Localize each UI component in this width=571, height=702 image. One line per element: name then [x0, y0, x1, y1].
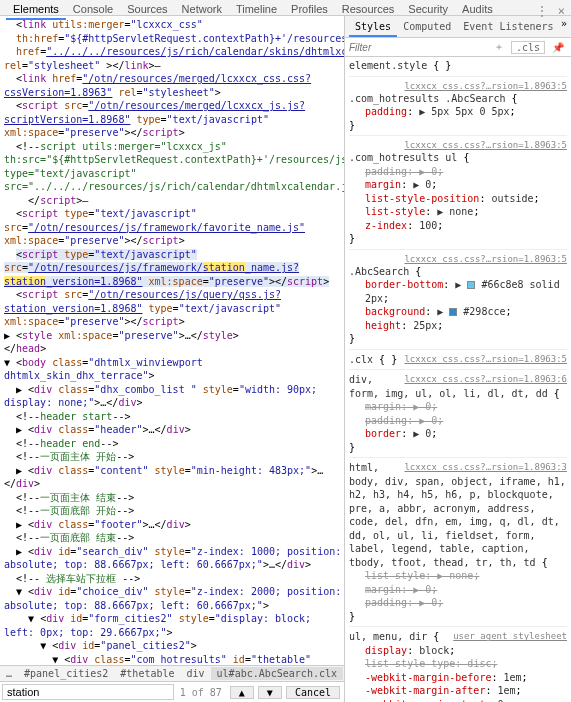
pin-icon[interactable]: 📌 [549, 42, 567, 53]
style-rule[interactable]: user agent stylesheetul, menu, dir {disp… [349, 630, 567, 702]
style-property[interactable]: -webkit-margin-after: 1em; [365, 684, 567, 698]
style-rule[interactable]: lcxxcx_css.css?…rsion=1.8963:5.com_hotre… [349, 80, 567, 137]
tab-profiles[interactable]: Profiles [284, 0, 335, 18]
tab-timeline[interactable]: Timeline [229, 0, 284, 18]
breadcrumb[interactable]: …#panel_cities2#thetabledivul#abc.AbcSea… [0, 665, 344, 681]
find-prev-button[interactable]: ▲ [230, 686, 254, 699]
style-rule[interactable]: lcxxcx_css.css?…rsion=1.8963:5.AbcSearch… [349, 253, 567, 350]
styles-filter-input[interactable] [349, 42, 491, 53]
dom-node[interactable]: <script src="/otn/resources/merged/lcxxc… [4, 99, 344, 140]
tab-console[interactable]: Console [66, 0, 120, 18]
find-count: 1 of 87 [174, 687, 228, 698]
style-property[interactable]: padding: ▶ 0; [365, 165, 567, 179]
dom-node[interactable]: <!--一页面主体 结束--> [4, 491, 344, 505]
filter-row: ＋ .cls 📌 [345, 38, 571, 57]
style-property[interactable]: list-style-type: disc; [365, 657, 567, 671]
style-property[interactable]: list-style: ▶ none; [365, 205, 567, 219]
tab-resources[interactable]: Resources [335, 0, 402, 18]
tab-elements[interactable]: Elements [6, 0, 66, 20]
style-property[interactable]: background: ▶ #298cce; [365, 305, 567, 319]
tab-security[interactable]: Security [401, 0, 455, 18]
dom-node[interactable]: <script type="text/javascript" src="/otn… [4, 248, 344, 289]
dom-node[interactable]: ▼ <div id="form_cities2" style="display:… [4, 612, 344, 639]
dom-node[interactable]: <link href="/otn/resources/merged/lcxxcx… [4, 72, 344, 99]
crumb[interactable]: ul#abc.AbcSearch.clx [211, 667, 343, 680]
dom-node[interactable]: ▼ <div class="com_hotresults" id="thetab… [4, 653, 344, 666]
source-link[interactable]: lcxxcx_css.css?…rsion=1.8963:5 [404, 353, 567, 365]
find-input[interactable] [2, 684, 174, 700]
dom-tree[interactable]: <link utils:merger="lcxxcx_css" th:href=… [0, 16, 344, 665]
dom-node[interactable]: <!-- 选择车站下拉框 --> [4, 572, 344, 586]
style-property[interactable]: -webkit-margin-before: 1em; [365, 671, 567, 685]
dom-node[interactable]: <!--header start--> [4, 410, 344, 424]
dom-node[interactable]: ▶ <div class="dhx_combo_list " style="wi… [4, 383, 344, 410]
dom-node[interactable]: <!--一页面底部 结束--> [4, 531, 344, 545]
tab-network[interactable]: Network [175, 0, 229, 18]
dom-node[interactable]: ▼ <div id="panel_cities2"> [4, 639, 344, 653]
dom-node[interactable]: ▶ <div class="header">…</div> [4, 423, 344, 437]
style-rule[interactable]: element.style { } [349, 59, 567, 77]
style-property[interactable]: border: ▶ 0; [365, 427, 567, 441]
crumb[interactable]: … [0, 667, 18, 680]
source-link[interactable]: user agent stylesheet [453, 630, 567, 642]
dom-node[interactable]: ▼ <body class="dhtmlx_winviewport dhtmlx… [4, 356, 344, 383]
dom-node[interactable]: <!--一页面底部 开始--> [4, 504, 344, 518]
style-property[interactable]: padding: ▶ 0; [365, 414, 567, 428]
tab-audits[interactable]: Audits [455, 0, 500, 18]
more-icon[interactable]: » [561, 18, 567, 37]
find-cancel-button[interactable]: Cancel [286, 686, 340, 699]
dom-node[interactable]: ▶ <div class="content" style="min-height… [4, 464, 344, 491]
crumb[interactable]: #panel_cities2 [18, 667, 114, 680]
devtools-tabs: ElementsConsoleSourcesNetworkTimelinePro… [0, 0, 571, 16]
dom-node[interactable]: </script>— [4, 194, 344, 208]
style-property[interactable]: display: block; [365, 644, 567, 658]
dom-node[interactable]: <!--script utils:merger="lcxxcx_js" th:s… [4, 140, 344, 194]
source-link[interactable]: lcxxcx_css.css?…rsion=1.8963:5 [404, 80, 567, 92]
styles-tab-styles[interactable]: Styles [349, 18, 397, 37]
style-property[interactable]: height: 25px; [365, 319, 567, 333]
top-icons: ⋮ × [536, 4, 565, 18]
cls-toggle[interactable]: .cls [511, 41, 545, 54]
style-property[interactable]: margin: ▶ 0; [365, 178, 567, 192]
add-rule-icon[interactable]: ＋ [491, 40, 507, 54]
styles-pane[interactable]: element.style { }lcxxcx_css.css?…rsion=1… [345, 57, 571, 702]
styles-tab-event-listeners[interactable]: Event Listeners [457, 18, 559, 37]
style-rule[interactable]: lcxxcx_css.css?…rsion=1.8963:6div, form,… [349, 373, 567, 458]
source-link[interactable]: lcxxcx_css.css?…rsion=1.8963:5 [404, 139, 567, 151]
style-rule[interactable]: lcxxcx_css.css?…rsion=1.8963:5.clx { } [349, 353, 567, 371]
source-link[interactable]: lcxxcx_css.css?…rsion=1.8963:6 [404, 373, 567, 385]
style-property[interactable]: -webkit-margin-start: 0px; [365, 698, 567, 702]
style-property[interactable]: list-style-position: outside; [365, 192, 567, 206]
style-property[interactable]: padding: ▶ 5px 5px 0 5px; [365, 105, 567, 119]
overflow-icon[interactable]: ⋮ [536, 4, 548, 18]
close-icon[interactable]: × [558, 4, 565, 18]
dom-node[interactable]: ▶ <style xml:space="preserve">…</style> [4, 329, 344, 343]
style-rule[interactable]: lcxxcx_css.css?…rsion=1.8963:3html, body… [349, 461, 567, 627]
dom-node[interactable]: <link utils:merger="lcxxcx_css" [4, 18, 344, 32]
style-property[interactable]: margin: ▶ 0; [365, 583, 567, 597]
dom-node[interactable]: href="../../../resources/js/rich/calenda… [4, 45, 344, 72]
source-link[interactable]: lcxxcx_css.css?…rsion=1.8963:3 [404, 461, 567, 473]
dom-node[interactable]: <script type="text/javascript" src="/otn… [4, 207, 344, 248]
crumb[interactable]: div [181, 667, 211, 680]
style-property[interactable]: z-index: 100; [365, 219, 567, 233]
style-rule[interactable]: lcxxcx_css.css?…rsion=1.8963:5.com_hotre… [349, 139, 567, 250]
dom-node[interactable]: <!--一页面主体 开始--> [4, 450, 344, 464]
dom-node[interactable]: th:href="${#httpServletRequest.contextPa… [4, 32, 344, 46]
tab-sources[interactable]: Sources [120, 0, 174, 18]
dom-node[interactable]: ▶ <div class="footer">…</div> [4, 518, 344, 532]
dom-node[interactable]: </head> [4, 342, 344, 356]
styles-tab-computed[interactable]: Computed [397, 18, 457, 37]
source-link[interactable]: lcxxcx_css.css?…rsion=1.8963:5 [404, 253, 567, 265]
style-property[interactable]: padding: ▶ 0; [365, 596, 567, 610]
find-bar: 1 of 87 ▲ ▼ Cancel [0, 681, 344, 702]
dom-node[interactable]: <!--header end--> [4, 437, 344, 451]
find-next-button[interactable]: ▼ [258, 686, 282, 699]
crumb[interactable]: #thetable [114, 667, 180, 680]
style-property[interactable]: margin: ▶ 0; [365, 400, 567, 414]
dom-node[interactable]: ▶ <div id="search_div" style="z-index: 1… [4, 545, 344, 572]
dom-node[interactable]: <script src="/otn/resources/js/query/qss… [4, 288, 344, 329]
style-property[interactable]: border-bottom: ▶ #66c8e8 solid 2px; [365, 278, 567, 305]
style-property[interactable]: list-style: ▶ none; [365, 569, 567, 583]
dom-node[interactable]: ▼ <div id="choice_div" style="z-index: 2… [4, 585, 344, 612]
